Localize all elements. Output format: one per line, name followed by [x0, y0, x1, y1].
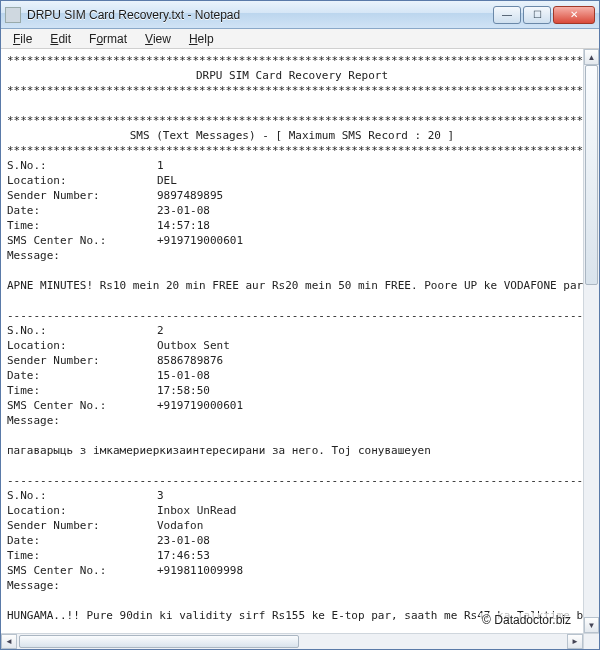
- client-area: ****************************************…: [1, 49, 599, 649]
- field-label: S.No.:: [7, 488, 157, 503]
- scroll-left-button[interactable]: ◄: [1, 634, 17, 649]
- field-row: Sender Number:Vodafon: [7, 518, 577, 533]
- field-value: 2: [157, 323, 164, 338]
- field-label: Location:: [7, 338, 157, 353]
- field-row: S.No.:2: [7, 323, 577, 338]
- text-line: ****************************************…: [7, 83, 577, 98]
- field-row: Location:Inbox UnRead: [7, 503, 577, 518]
- field-value: +919719000601: [157, 398, 243, 413]
- window-buttons: — ☐ ✕: [493, 6, 595, 24]
- field-row: S.No.:3: [7, 488, 577, 503]
- menu-format[interactable]: Format: [81, 31, 135, 47]
- field-value: 23-01-08: [157, 203, 210, 218]
- menu-edit[interactable]: Edit: [42, 31, 79, 47]
- minimize-button[interactable]: —: [493, 6, 521, 24]
- text-line: ----------------------------------------…: [7, 308, 577, 323]
- field-row: Time:17:58:50: [7, 383, 577, 398]
- field-label: Time:: [7, 548, 157, 563]
- field-row: Message:: [7, 248, 577, 263]
- maximize-button[interactable]: ☐: [523, 6, 551, 24]
- field-value: Vodafon: [157, 518, 203, 533]
- field-row: SMS Center No.:+919719000601: [7, 398, 577, 413]
- text-line: ****************************************…: [7, 53, 577, 68]
- field-value: +919719000601: [157, 233, 243, 248]
- field-value: 17:46:53: [157, 548, 210, 563]
- vertical-scrollbar[interactable]: ▲ ▼: [583, 49, 599, 633]
- field-row: SMS Center No.:+919811009998: [7, 563, 577, 578]
- text-line: пагаварыць з імкамериеркизаинтересирани …: [7, 443, 577, 458]
- horizontal-scrollbar[interactable]: ◄ ►: [1, 633, 583, 649]
- field-row: Date:15-01-08: [7, 368, 577, 383]
- field-row: Sender Number:8586789876: [7, 353, 577, 368]
- text-line: [7, 458, 577, 473]
- field-row: S.No.:1: [7, 158, 577, 173]
- field-row: Location:Outbox Sent: [7, 338, 577, 353]
- text-line: [7, 593, 577, 608]
- field-label: Date:: [7, 533, 157, 548]
- vertical-scroll-track[interactable]: [584, 65, 599, 617]
- field-label: Time:: [7, 218, 157, 233]
- field-row: SMS Center No.:+919719000601: [7, 233, 577, 248]
- field-label: Sender Number:: [7, 353, 157, 368]
- menu-view[interactable]: View: [137, 31, 179, 47]
- field-value: +919811009998: [157, 563, 243, 578]
- field-value: 9897489895: [157, 188, 223, 203]
- field-label: SMS Center No.:: [7, 563, 157, 578]
- field-label: S.No.:: [7, 323, 157, 338]
- text-line: [7, 263, 577, 278]
- text-line: ****************************************…: [7, 113, 577, 128]
- scroll-up-button[interactable]: ▲: [584, 49, 599, 65]
- field-value: 17:58:50: [157, 383, 210, 398]
- text-line: APNE MINUTES! Rs10 mein 20 min FREE aur …: [7, 278, 577, 293]
- field-label: S.No.:: [7, 158, 157, 173]
- field-value: 8586789876: [157, 353, 223, 368]
- field-label: Date:: [7, 368, 157, 383]
- menubar: File Edit Format View Help: [1, 29, 599, 49]
- text-line: ****************************************…: [7, 143, 577, 158]
- field-row: Location:DEL: [7, 173, 577, 188]
- field-label: Message:: [7, 413, 157, 428]
- sms-section-header: SMS (Text Messages) - [ Maximum SMS Reco…: [7, 128, 577, 143]
- field-value: 15-01-08: [157, 368, 210, 383]
- field-row: Time:14:57:18: [7, 218, 577, 233]
- field-label: Message:: [7, 248, 157, 263]
- report-title: DRPU SIM Card Recovery Report: [7, 68, 577, 83]
- watermark-text: © Datadoctor.biz: [480, 613, 573, 627]
- field-value: 1: [157, 158, 164, 173]
- field-label: Date:: [7, 203, 157, 218]
- text-line: ----------------------------------------…: [7, 473, 577, 488]
- field-label: Time:: [7, 383, 157, 398]
- notepad-window: DRPU SIM Card Recovery.txt - Notepad — ☐…: [0, 0, 600, 650]
- scrollbar-corner: [583, 633, 599, 649]
- field-label: Sender Number:: [7, 518, 157, 533]
- field-value: 14:57:18: [157, 218, 210, 233]
- field-label: Sender Number:: [7, 188, 157, 203]
- field-label: SMS Center No.:: [7, 398, 157, 413]
- text-content[interactable]: ****************************************…: [1, 49, 583, 633]
- close-button[interactable]: ✕: [553, 6, 595, 24]
- vertical-scroll-thumb[interactable]: [585, 65, 598, 285]
- field-label: Location:: [7, 503, 157, 518]
- field-row: Message:: [7, 578, 577, 593]
- field-row: Date:23-01-08: [7, 203, 577, 218]
- field-label: SMS Center No.:: [7, 233, 157, 248]
- notepad-icon: [5, 7, 21, 23]
- window-title: DRPU SIM Card Recovery.txt - Notepad: [27, 8, 493, 22]
- field-value: 23-01-08: [157, 533, 210, 548]
- field-row: Sender Number:9897489895: [7, 188, 577, 203]
- menu-file[interactable]: File: [5, 31, 40, 47]
- text-line: [7, 428, 577, 443]
- text-line: [7, 98, 577, 113]
- scroll-right-button[interactable]: ►: [567, 634, 583, 649]
- field-value: Outbox Sent: [157, 338, 230, 353]
- field-value: 3: [157, 488, 164, 503]
- field-value: DEL: [157, 173, 177, 188]
- menu-help[interactable]: Help: [181, 31, 222, 47]
- field-label: Message:: [7, 578, 157, 593]
- scroll-down-button[interactable]: ▼: [584, 617, 599, 633]
- field-value: Inbox UnRead: [157, 503, 236, 518]
- horizontal-scroll-thumb[interactable]: [19, 635, 299, 648]
- field-row: Time:17:46:53: [7, 548, 577, 563]
- field-row: Message:: [7, 413, 577, 428]
- titlebar[interactable]: DRPU SIM Card Recovery.txt - Notepad — ☐…: [1, 1, 599, 29]
